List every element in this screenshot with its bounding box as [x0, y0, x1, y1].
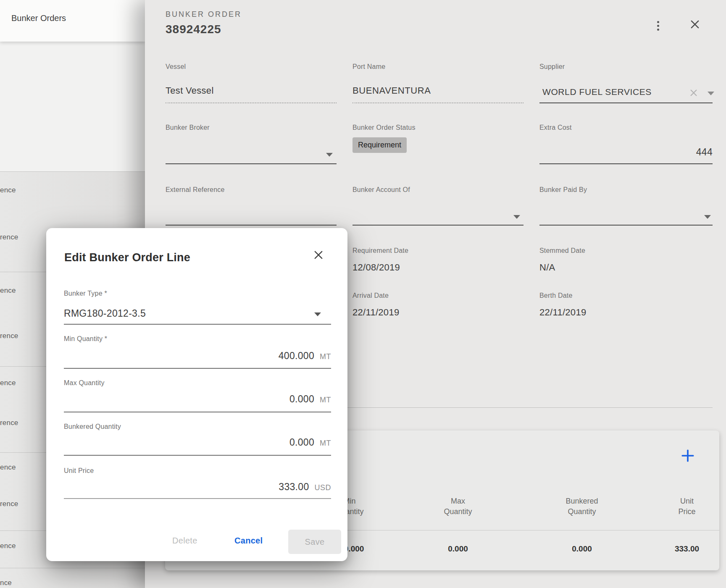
list-item[interactable]: ence [0, 286, 16, 295]
unit-price-underline [64, 498, 331, 499]
cancel-button[interactable]: Cancel [234, 536, 263, 546]
supplier-label: Supplier [539, 63, 565, 71]
kebab-menu-icon[interactable] [655, 19, 660, 32]
col-header-unit-price: UnitPrice [678, 496, 695, 517]
col-header-max-quantity: MaxQuantity [444, 496, 472, 517]
bunker-account-of-caret-icon[interactable] [513, 215, 520, 219]
cell-unit-price: 333.00 [675, 544, 699, 554]
order-number: 38924225 [166, 23, 221, 36]
port-name-value: BUENAVENTURA [352, 85, 431, 96]
dialog-close-icon[interactable] [313, 249, 324, 262]
cell-bunkered-quantity: 0.000 [572, 544, 592, 554]
bunker-broker-caret-icon[interactable] [326, 153, 333, 157]
bunker-type-underline [64, 324, 331, 325]
unit-price-unit: USD [314, 483, 331, 492]
bunkered-quantity-value: 0.000 [289, 437, 314, 448]
min-quantity-value: 400.000 [279, 350, 314, 362]
stemmed-date-label: Stemmed Date [539, 247, 585, 255]
bunkered-quantity-label: Bunkered Quantity [64, 423, 121, 430]
page-title: Bunker Orders [11, 13, 66, 23]
bunker-type-value[interactable]: RMG180-2012-3.5 [64, 308, 146, 319]
supplier-clear-icon[interactable] [689, 88, 698, 99]
min-quantity-underline [64, 368, 331, 369]
list-item[interactable]: ence [0, 463, 16, 472]
vessel-underline [166, 102, 337, 103]
drawer-close-icon[interactable] [689, 18, 701, 32]
bunker-account-of-select[interactable] [352, 225, 523, 226]
list-item[interactable]: nce [0, 579, 12, 587]
unit-price-input[interactable]: 333.00 USD [64, 481, 331, 493]
berth-date-value: 22/11/2019 [539, 307, 586, 318]
supplier-underline [539, 102, 713, 103]
unit-price-label: Unit Price [64, 467, 94, 475]
list-item[interactable]: rence [0, 419, 18, 427]
port-name-underline [352, 102, 523, 103]
berth-date-label: Berth Date [539, 292, 572, 299]
drawer-title-label: BUNKER ORDER [166, 10, 242, 19]
bunkered-quantity-underline [64, 455, 331, 456]
order-status-label: Bunker Order Status [352, 124, 416, 131]
bunker-broker-select[interactable] [166, 163, 337, 164]
bunkered-quantity-unit: MT [320, 439, 331, 448]
bunker-account-of-label: Bunker Account Of [352, 186, 410, 194]
requirement-date-label: Requirement Date [352, 247, 408, 255]
screen: Bunker Orders ence rence ence rence ence… [0, 0, 726, 588]
max-quantity-value: 0.000 [289, 394, 314, 405]
supplier-value[interactable]: WORLD FUEL SERVICES [542, 87, 652, 97]
extra-cost-label: Extra Cost [539, 124, 572, 131]
list-item[interactable]: rence [0, 233, 18, 242]
unit-price-value: 333.00 [279, 481, 309, 493]
max-quantity-label: Max Quantity [64, 379, 105, 387]
min-quantity-unit: MT [320, 352, 331, 361]
max-quantity-input[interactable]: 0.000 MT [64, 394, 331, 405]
list-item[interactable]: rence [0, 500, 18, 508]
save-button[interactable]: Save [288, 530, 341, 554]
min-quantity-label: Min Quantity * [64, 335, 107, 343]
external-reference-label: External Reference [166, 186, 225, 194]
stemmed-date-value: N/A [539, 262, 555, 273]
status-badge: Requirement [352, 137, 407, 153]
bunker-paid-by-caret-icon[interactable] [704, 215, 711, 219]
bunker-paid-by-label: Bunker Paid By [539, 186, 587, 194]
vessel-value: Test Vessel [166, 85, 214, 96]
list-item[interactable]: ence [0, 186, 16, 194]
add-bunker-line-button[interactable] [681, 449, 695, 465]
list-divider [0, 568, 145, 568]
max-quantity-underline [64, 412, 331, 412]
supplier-dropdown-caret-icon[interactable] [708, 92, 714, 95]
external-reference-input[interactable] [166, 225, 337, 226]
bunker-broker-label: Bunker Broker [166, 124, 210, 131]
col-header-bunkered-quantity: BunkeredQuantity [566, 496, 598, 517]
cell-max-quantity: 0.000 [448, 544, 468, 554]
requirement-date-value: 12/08/2019 [352, 262, 400, 273]
min-quantity-input[interactable]: 400.000 MT [64, 350, 331, 362]
list-item[interactable]: ence [0, 379, 16, 387]
list-item[interactable]: ence [0, 542, 16, 550]
bunker-paid-by-select[interactable] [539, 225, 713, 226]
max-quantity-unit: MT [320, 396, 331, 404]
list-item[interactable]: rence [0, 332, 18, 340]
bunker-type-caret-icon[interactable] [314, 312, 321, 316]
arrival-date-label: Arrival Date [352, 292, 389, 299]
list-divider [0, 171, 145, 172]
extra-cost-underline [539, 163, 713, 164]
bunker-orders-list-card [0, 42, 145, 171]
vessel-label: Vessel [166, 63, 186, 71]
bunkered-quantity-input[interactable]: 0.000 MT [64, 437, 331, 448]
dialog-title: Edit Bunker Order Line [64, 251, 190, 264]
bunker-type-label: Bunker Type * [64, 290, 107, 297]
arrival-date-value: 22/11/2019 [352, 307, 399, 318]
extra-cost-value[interactable]: 444 [539, 147, 713, 158]
delete-button[interactable]: Delete [172, 536, 197, 546]
port-name-label: Port Name [352, 63, 385, 71]
